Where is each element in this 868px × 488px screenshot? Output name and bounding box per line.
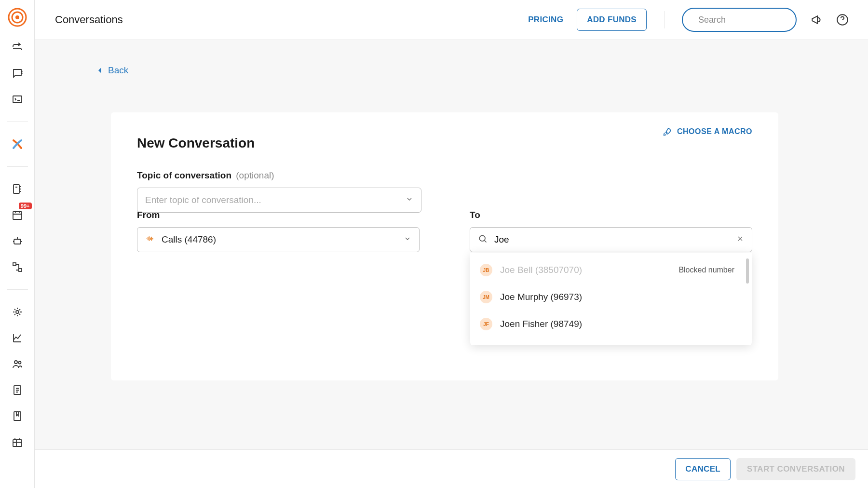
nav-bookmark-icon[interactable]	[12, 410, 23, 422]
svg-point-4	[21, 73, 22, 74]
svg-point-3	[21, 71, 22, 72]
nav-bot-icon[interactable]	[12, 235, 23, 247]
pricing-link[interactable]: PRICING	[528, 15, 563, 25]
svg-point-13	[18, 362, 21, 364]
sidebar-divider	[7, 166, 28, 167]
suggestion-name: Joe Bell (38507070)	[500, 265, 582, 275]
avatar: JB	[480, 264, 492, 276]
from-value: Calls (44786)	[162, 234, 216, 245]
nav-flow-icon[interactable]	[12, 261, 23, 273]
choose-macro-link[interactable]: CHOOSE A MACRO	[663, 127, 752, 136]
suggestion-name: Joen Fisher (98749)	[500, 319, 582, 329]
svg-rect-5	[13, 96, 22, 103]
avatar: JM	[480, 291, 492, 303]
scrollbar[interactable]	[746, 258, 749, 284]
svg-rect-15	[14, 412, 21, 420]
chevron-down-icon	[406, 195, 413, 205]
back-label: Back	[108, 65, 128, 76]
nav-moments-icon[interactable]	[12, 306, 23, 318]
rocket-icon	[663, 127, 672, 136]
avatar: JF	[480, 318, 492, 330]
suggestion-name: Joe Murphy (96973)	[500, 292, 582, 302]
nav-file-icon[interactable]	[12, 384, 23, 396]
svg-point-2	[15, 15, 19, 19]
nav-calendar-icon[interactable]: 99+	[12, 209, 23, 221]
chevron-down-icon	[404, 235, 411, 244]
global-search-input[interactable]	[698, 15, 810, 25]
suggestion-status: Blocked number	[678, 266, 742, 274]
suggestion-item-blocked: JB Joe Bell (38507070) Blocked number	[470, 257, 752, 284]
to-suggestions-dropdown: JB Joe Bell (38507070) Blocked number JM…	[470, 253, 752, 345]
nav-contacts-icon[interactable]	[12, 183, 23, 195]
nav-x-color-icon[interactable]	[12, 138, 23, 150]
nav-terminal-icon[interactable]	[12, 94, 23, 105]
sidebar-divider	[7, 122, 28, 122]
top-header: Conversations PRICING ADD FUNDS	[35, 0, 868, 40]
left-sidebar: 99+	[0, 0, 35, 488]
to-label: To	[470, 210, 480, 220]
clear-icon[interactable]	[736, 235, 744, 244]
calls-icon	[145, 234, 155, 245]
main-content: Back New Conversation CHOOSE A MACRO Top…	[35, 40, 868, 488]
global-search[interactable]	[682, 8, 797, 32]
suggestion-item[interactable]: JF Joen Fisher (98749)	[470, 311, 752, 338]
topic-select[interactable]	[137, 188, 421, 213]
to-search-input[interactable]	[494, 234, 736, 245]
suggestion-item[interactable]: JM Joe Murphy (96973)	[470, 284, 752, 311]
back-link[interactable]: Back	[97, 65, 128, 76]
nav-analytics-icon[interactable]	[12, 332, 23, 344]
search-icon	[478, 234, 488, 245]
svg-rect-10	[19, 269, 22, 271]
nav-forward-icon[interactable]	[12, 41, 23, 53]
page-title: Conversations	[55, 14, 123, 26]
footer-bar: CANCEL START CONVERSATION	[35, 449, 868, 488]
topic-input[interactable]	[145, 195, 406, 205]
svg-rect-6	[14, 185, 19, 193]
nav-grid-icon[interactable]	[12, 436, 23, 448]
to-search-box[interactable]: JB Joe Bell (38507070) Blocked number JM…	[470, 227, 752, 252]
svg-point-11	[16, 311, 19, 313]
back-caret-icon	[97, 67, 102, 74]
from-label: From	[137, 210, 160, 220]
from-select[interactable]: Calls (44786)	[137, 227, 420, 252]
svg-rect-7	[13, 212, 22, 219]
svg-point-19	[479, 235, 485, 241]
choose-macro-label: CHOOSE A MACRO	[677, 127, 752, 136]
start-conversation-button: START CONVERSATION	[736, 458, 855, 480]
cancel-button[interactable]: CANCEL	[675, 458, 731, 480]
nav-people-icon[interactable]	[12, 358, 23, 370]
header-divider	[664, 11, 665, 28]
svg-rect-9	[13, 263, 16, 266]
topic-label: Topic of conversation (optional)	[137, 170, 274, 181]
new-conversation-card: New Conversation CHOOSE A MACRO Topic of…	[111, 112, 778, 380]
notification-badge: 99+	[19, 203, 32, 209]
svg-point-12	[14, 361, 17, 364]
help-icon[interactable]	[836, 14, 849, 26]
svg-rect-8	[14, 239, 21, 244]
nav-chat-icon[interactable]	[12, 68, 23, 79]
card-title: New Conversation	[137, 136, 752, 151]
svg-rect-16	[13, 440, 22, 447]
add-funds-button[interactable]: ADD FUNDS	[577, 9, 647, 31]
app-logo[interactable]	[8, 8, 27, 27]
sidebar-divider	[7, 289, 28, 290]
announcements-icon[interactable]	[810, 14, 823, 26]
